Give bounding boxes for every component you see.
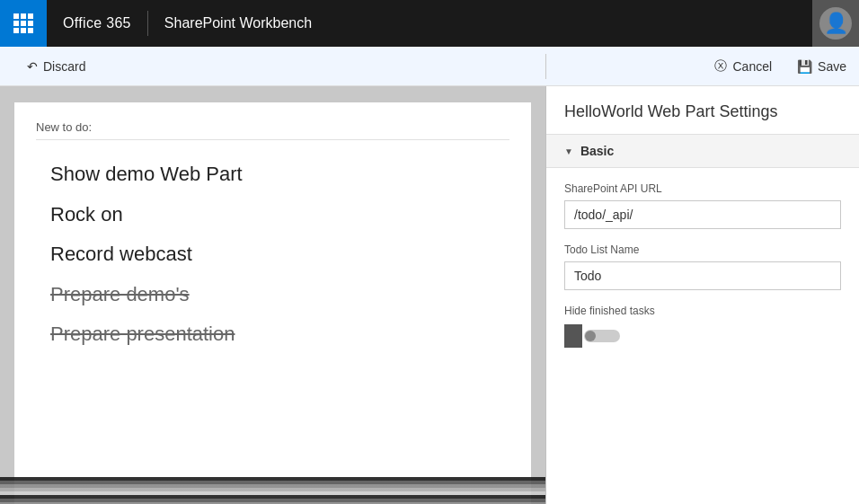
todo-list-input[interactable] xyxy=(564,261,841,290)
workbench-label: SharePoint Workbench xyxy=(148,15,328,31)
save-label: Save xyxy=(818,59,846,74)
save-button[interactable]: 💾 Save xyxy=(784,54,859,79)
cancel-button[interactable]: ⓧ Cancel xyxy=(702,53,784,80)
api-url-group: SharePoint API URL xyxy=(564,182,841,229)
hide-tasks-group: Hide finished tasks xyxy=(564,305,841,348)
settings-title: HelloWorld Web Part Settings xyxy=(546,86,859,134)
todo-header: New to do: xyxy=(36,120,509,140)
avatar[interactable]: 👤 xyxy=(812,0,859,47)
section-arrow-icon: ▼ xyxy=(564,146,573,156)
section-label: Basic xyxy=(580,144,614,158)
toolbar-left: ↶ Discard xyxy=(0,54,546,79)
settings-section: ▼ Basic xyxy=(546,134,859,168)
discard-icon: ↶ xyxy=(27,59,38,74)
api-url-input[interactable] xyxy=(564,200,841,229)
person-icon: 👤 xyxy=(824,13,848,33)
settings-panel: HelloWorld Web Part Settings ▼ Basic Sha… xyxy=(546,86,859,504)
settings-body: SharePoint API URL Todo List Name Hide f… xyxy=(546,168,859,376)
discard-button[interactable]: ↶ Discard xyxy=(14,54,98,79)
toolbar-right: ⓧ Cancel 💾 Save xyxy=(546,53,859,80)
todo-item: Prepare demo's xyxy=(36,275,509,315)
todo-item: Prepare presentation xyxy=(36,314,509,355)
todo-item: Show demo Web Part xyxy=(36,155,509,195)
toggle-track[interactable] xyxy=(584,330,620,342)
main-content: New to do: Show demo Web PartRock onReco… xyxy=(0,86,859,504)
discard-label: Discard xyxy=(43,59,85,74)
todo-list-group: Todo List Name xyxy=(564,243,841,290)
top-nav: Office 365 SharePoint Workbench 👤 xyxy=(0,0,859,47)
api-url-label: SharePoint API URL xyxy=(564,182,841,195)
cancel-icon: ⓧ xyxy=(714,58,727,75)
canvas-panel: New to do: Show demo Web PartRock onReco… xyxy=(0,86,546,504)
todo-list: Show demo Web PartRock onRecord webcastP… xyxy=(36,155,509,355)
waffle-button[interactable] xyxy=(0,0,47,47)
office365-label: Office 365 xyxy=(47,15,147,31)
toggle-off-indicator xyxy=(564,324,582,348)
todo-list-label: Todo List Name xyxy=(564,243,841,256)
canvas-inner: New to do: Show demo Web PartRock onReco… xyxy=(14,102,531,504)
waffle-icon xyxy=(13,13,33,33)
avatar-circle: 👤 xyxy=(819,7,852,40)
toolbar: ↶ Discard ⓧ Cancel 💾 Save xyxy=(0,47,859,86)
section-header: ▼ Basic xyxy=(546,135,859,167)
toggle-thumb xyxy=(585,331,596,341)
save-icon: 💾 xyxy=(797,59,812,74)
todo-item: Record webcast xyxy=(36,234,509,275)
todo-item: Rock on xyxy=(36,195,509,235)
toggle-container[interactable] xyxy=(564,324,841,348)
hide-tasks-label: Hide finished tasks xyxy=(564,305,841,317)
canvas-bottom-decoration xyxy=(0,477,545,504)
cancel-label: Cancel xyxy=(732,59,772,74)
